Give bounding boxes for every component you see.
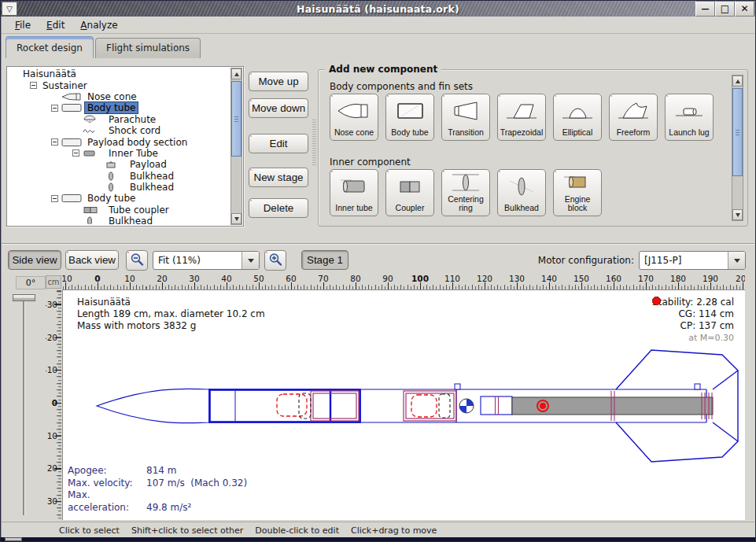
body-tube-icon [61,194,85,203]
scroll-up-button[interactable] [231,68,242,79]
collapse-icon[interactable] [30,82,37,89]
delete-button[interactable]: Delete [249,198,308,218]
add-elliptical-fin-button[interactable]: Elliptical [553,94,602,141]
motor-configuration-combobox[interactable]: [J115-P] [639,251,746,270]
add-body-tube-button[interactable]: Body tube [385,94,434,141]
nose-cone-icon [61,92,85,101]
coupler-icon [392,170,428,204]
add-component-scrollbar[interactable] [732,75,743,221]
stability-value: Stability: 2.28 cal [652,297,734,308]
add-coupler-button[interactable]: Coupler [385,169,434,216]
close-button[interactable]: ✕ [735,1,754,17]
minimize-button[interactable]: — [695,1,715,17]
title-bar[interactable]: Haisunäätä (haisunaata.ork) ▽ — □ ✕ [1,1,755,17]
arrow-down-icon [234,217,239,221]
bulkhead-outline[interactable] [439,394,450,418]
edit-button[interactable]: Edit [249,134,308,153]
move-down-button[interactable]: Move down [249,98,308,118]
nose-cone-icon [336,94,372,128]
tree-item-bulkhead[interactable]: Bulkhead [9,216,230,224]
add-freeform-fin-button[interactable]: Freeform [609,94,658,141]
motor-configuration-label: Motor configuration: [538,255,634,266]
move-up-button[interactable]: Move up [249,72,308,91]
rotation-slider-handle[interactable] [13,294,35,301]
splitter-handle[interactable] [312,120,316,165]
collapse-icon[interactable] [51,138,58,146]
transition-icon [448,94,484,128]
menu-file[interactable]: File [8,17,38,33]
collapse-icon[interactable] [51,105,58,112]
tree-item-body-tube[interactable]: Body tube [9,102,230,113]
tree-item-rocket[interactable]: Haisunäätä [9,68,230,79]
add-launch-lug-button[interactable]: Launch lug [665,94,714,141]
window-bottom-edge [1,537,755,541]
new-stage-button[interactable]: New stage [249,168,308,187]
launch-lug[interactable] [455,384,460,389]
tab-flight-simulations[interactable]: Flight simulations [95,38,201,58]
tree-item-parachute[interactable]: Parachute [9,114,230,125]
window-menu-button[interactable]: ▽ [2,2,17,16]
resize-handle[interactable] [5,537,22,541]
zoom-in-button[interactable] [264,250,286,271]
scrollbar-thumb[interactable] [231,81,242,157]
parachute-outline[interactable] [277,394,307,416]
scroll-down-button[interactable] [732,209,743,220]
body-tube-icon [392,94,428,128]
rotation-slider-track[interactable] [23,297,25,515]
launch-lug[interactable] [695,384,700,389]
add-inner-tube-button[interactable]: Inner tube [330,169,378,216]
rocket-canvas[interactable]: Haisunäätä Length 189 cm, max. diameter … [62,289,745,520]
nose-cone-outline[interactable] [97,389,209,423]
zoom-level-combobox[interactable]: Fit (11%) [153,251,260,270]
motor-mount-tube[interactable] [481,396,512,415]
tree-item-bulkhead[interactable]: Bulkhead [9,171,230,182]
tab-rocket-design[interactable]: Rocket design [6,36,94,58]
add-nose-cone-button[interactable]: Nose cone [330,94,378,141]
tree-item-payload[interactable]: Payload [9,159,230,170]
tree-scrollbar[interactable] [230,68,242,225]
side-view-button[interactable]: Side view [8,250,61,270]
add-centering-ring-button[interactable]: Centering ring [441,169,490,216]
menu-analyze[interactable]: Analyze [73,17,124,33]
scroll-up-button[interactable] [732,76,743,87]
elliptical-fin-icon [559,94,596,128]
inner-tube-outline[interactable] [404,391,456,421]
tree-item-tube-coupler[interactable]: Tube coupler [9,205,230,216]
collapse-icon[interactable] [51,195,58,202]
add-trapezoidal-fin-button[interactable]: Trapezoidal [497,94,546,141]
rocket-drawing-region: 0° cm -10 0 10 20 30 40 50 60 70 80 90 1… [2,274,754,522]
maximize-button[interactable]: □ [715,1,735,17]
inner-tube-icon [83,149,106,158]
back-view-button[interactable]: Back view [65,250,119,270]
tree-item-shock-cord[interactable]: Shock cord [9,125,230,136]
menu-edit[interactable]: Edit [39,17,72,33]
stage-1-toggle[interactable]: Stage 1 [301,250,348,270]
collapse-icon[interactable] [72,149,79,157]
hint-click-select: Click to select [59,525,120,536]
tube-coupler-outline[interactable] [311,391,359,421]
scrollbar-thumb[interactable] [732,88,743,176]
arrow-up-icon [736,79,740,83]
add-bulkhead-button[interactable]: Bulkhead [497,169,546,216]
window-menu-icon: ▽ [6,5,13,13]
zoom-out-button[interactable] [126,250,148,271]
coupler-icon [83,205,106,215]
shock-cord-outline[interactable] [299,393,311,418]
add-transition-button[interactable]: Transition [441,94,490,141]
window-title: Haisunäätä (haisunaata.ork) [1,3,755,15]
parachute-icon [83,115,106,124]
rocket-length: Length 189 cm, max. diameter 10.2 cm [77,308,265,320]
scroll-down-button[interactable] [231,213,242,224]
bulkhead-icon [83,216,106,224]
tree-item-bulkhead[interactable]: Bulkhead [9,182,230,193]
payload-outline[interactable] [411,395,437,417]
tree-item-body-tube-aft[interactable]: Body tube [9,193,230,204]
tree-item-payload-body-section[interactable]: Payload body section [9,136,230,147]
tree-item-stage[interactable]: Sustainer [9,79,230,90]
dropdown-arrow-icon[interactable] [242,252,259,269]
dropdown-arrow-icon[interactable] [728,252,745,269]
tree-item-inner-tube[interactable]: Inner Tube [9,148,230,159]
add-engine-block-button[interactable]: Engine block [553,169,602,216]
tree-item-nose-cone[interactable]: Nose cone [9,91,230,102]
freeform-fin-icon [615,94,651,128]
